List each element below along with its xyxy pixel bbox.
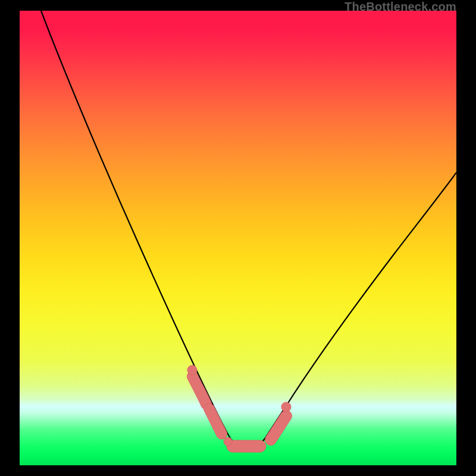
highlight-bottom-dot [224,437,232,446]
highlight-markers [187,365,292,452]
highlight-left-2 [203,403,227,439]
highlight-bottom [227,440,266,452]
curve-layer [20,11,456,465]
chart-frame: TheBottleneck.com [0,0,476,476]
watermark-text: TheBottleneck.com [345,0,456,14]
plot-area [20,11,456,465]
bottleneck-curve [41,11,456,444]
highlight-right-1 [265,411,292,446]
highlight-right-dot [281,402,291,412]
highlight-left-dot1 [187,365,197,375]
